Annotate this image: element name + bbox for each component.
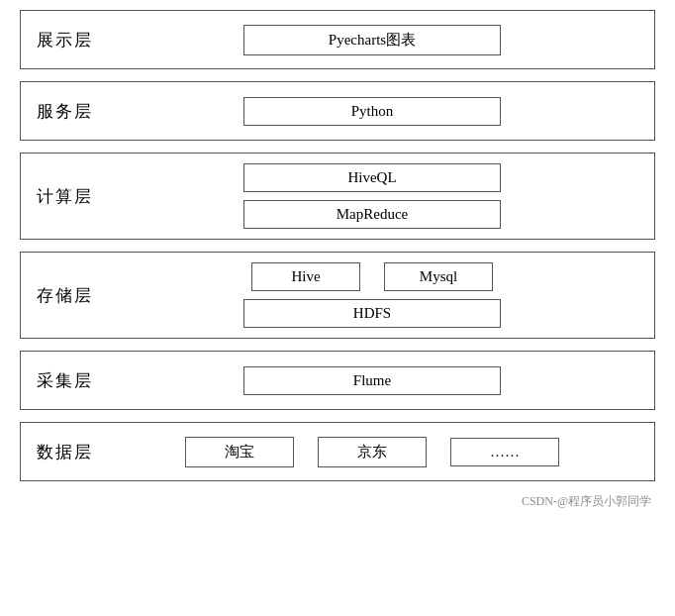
box-python: Python bbox=[243, 97, 501, 126]
box-mysql: Mysql bbox=[384, 262, 493, 291]
box-hiveql: HiveQL bbox=[243, 163, 501, 192]
layer-storage: 存储层 Hive Mysql HDFS bbox=[20, 252, 655, 339]
box-hive: Hive bbox=[251, 262, 360, 291]
layer-service: 服务层 Python bbox=[20, 81, 655, 141]
storage-top-row: Hive Mysql bbox=[251, 262, 493, 291]
layer-label-presentation: 展示层 bbox=[37, 29, 106, 51]
layer-content-storage: Hive Mysql HDFS bbox=[106, 262, 638, 328]
box-hdfs: HDFS bbox=[243, 299, 501, 328]
layer-content-collect: Flume bbox=[106, 366, 638, 395]
box-mapreduce: MapReduce bbox=[243, 200, 501, 229]
layer-collect: 采集层 Flume bbox=[20, 351, 655, 410]
watermark: CSDN-@程序员小郭同学 bbox=[20, 493, 655, 510]
architecture-diagram: 展示层 Pyecharts图表 服务层 Python 计算层 HiveQL Ma… bbox=[20, 10, 655, 510]
layer-label-data: 数据层 bbox=[37, 441, 106, 463]
layer-label-service: 服务层 bbox=[37, 100, 106, 123]
box-jd: 京东 bbox=[318, 437, 427, 467]
layer-content-service: Python bbox=[106, 97, 638, 126]
layer-label-storage: 存储层 bbox=[37, 284, 106, 307]
layer-content-presentation: Pyecharts图表 bbox=[106, 25, 638, 55]
layer-data: 数据层 淘宝 京东 …… bbox=[20, 422, 655, 481]
layer-label-collect: 采集层 bbox=[37, 369, 106, 392]
layer-compute: 计算层 HiveQL MapReduce bbox=[20, 153, 655, 240]
layer-label-compute: 计算层 bbox=[37, 185, 106, 208]
data-sources-row: 淘宝 京东 …… bbox=[185, 437, 559, 467]
layer-presentation: 展示层 Pyecharts图表 bbox=[20, 10, 655, 69]
layer-content-data: 淘宝 京东 …… bbox=[106, 437, 638, 467]
box-flume: Flume bbox=[243, 366, 501, 395]
box-pyecharts: Pyecharts图表 bbox=[243, 25, 501, 55]
box-more: …… bbox=[450, 438, 559, 466]
box-taobao: 淘宝 bbox=[185, 437, 294, 467]
layer-content-compute: HiveQL MapReduce bbox=[106, 163, 638, 229]
